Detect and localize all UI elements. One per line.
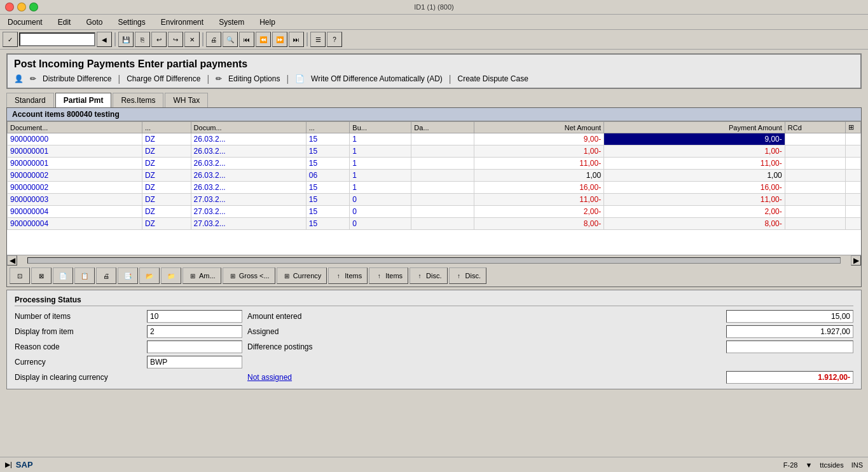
cell-doc2-7[interactable]: 27.03.2... xyxy=(191,218,306,230)
cell-net-4[interactable]: 16,00- xyxy=(474,182,604,194)
cell-c1-3[interactable]: DZ xyxy=(142,170,191,182)
save-icon[interactable]: 💾 xyxy=(118,32,134,47)
reason-code-input[interactable] xyxy=(147,341,242,353)
btn-print2[interactable]: 📑 xyxy=(118,267,138,284)
cell-net-0[interactable]: 9,00- xyxy=(474,133,604,145)
shortcut-icon[interactable]: ⎘ xyxy=(135,32,150,47)
cell-da-2[interactable] xyxy=(411,158,474,170)
btn-items1[interactable]: ↑ Items xyxy=(328,267,368,284)
cell-net-1[interactable]: 1,00- xyxy=(474,145,604,158)
cell-extra-1[interactable] xyxy=(846,145,861,158)
menu-environment[interactable]: Environment xyxy=(158,17,206,28)
cell-rcd-7[interactable] xyxy=(785,218,845,230)
cell-da-6[interactable] xyxy=(411,206,474,218)
next-icon[interactable]: ⏩ xyxy=(272,32,287,47)
col-docum[interactable]: Docum... xyxy=(191,122,306,133)
cell-da-0[interactable] xyxy=(411,133,474,145)
menu-goto[interactable]: Goto xyxy=(83,17,105,28)
last-icon[interactable]: ⏭ xyxy=(289,32,304,47)
cell-da-3[interactable] xyxy=(411,170,474,182)
btn-ref2[interactable]: 📁 xyxy=(161,267,181,284)
menu-document[interactable]: Document xyxy=(5,17,45,28)
cell-payment-2[interactable]: 11,00- xyxy=(604,158,785,170)
col-net-amount[interactable]: Net Amount xyxy=(474,122,604,133)
forward-icon[interactable]: ↪ xyxy=(168,32,183,47)
menu-help[interactable]: Help xyxy=(257,17,278,28)
cell-extra-0[interactable] xyxy=(846,133,861,145)
tab-partial-pmt[interactable]: Partial Pmt xyxy=(55,93,112,107)
cell-bu-5[interactable]: 0 xyxy=(350,194,411,206)
cell-rcd-1[interactable] xyxy=(785,145,845,158)
col-bu[interactable]: Bu... xyxy=(350,122,411,133)
find-icon[interactable]: 🔍 xyxy=(223,32,238,47)
cell-net-6[interactable]: 2,00- xyxy=(474,206,604,218)
cell-da-7[interactable] xyxy=(411,218,474,230)
cell-extra-4[interactable] xyxy=(846,182,861,194)
cell-c1-1[interactable]: DZ xyxy=(142,145,191,158)
cell-bu-7[interactable]: 0 xyxy=(350,218,411,230)
cell-net-2[interactable]: 11,00- xyxy=(474,158,604,170)
cell-c2-6[interactable]: 15 xyxy=(306,206,350,218)
amount-entered-input[interactable] xyxy=(726,310,853,323)
cell-payment-6[interactable]: 2,00- xyxy=(604,206,785,218)
menu-system[interactable]: System xyxy=(216,17,247,28)
table-scroll[interactable]: Document... ... Docum... ... Bu... Da...… xyxy=(7,121,861,255)
cell-doc-2[interactable]: 900000001 xyxy=(8,158,142,170)
write-off-link[interactable]: Write Off Difference Automatically (AD) xyxy=(311,74,443,83)
cell-c1-6[interactable]: DZ xyxy=(142,206,191,218)
btn-sel2[interactable]: ⊠ xyxy=(31,267,52,284)
btn-items2[interactable]: ↑ Items xyxy=(369,267,408,284)
table-row[interactable]: 900000002 DZ 26.03.2... 06 1 1,00 1,00 xyxy=(8,170,861,182)
cell-payment-4[interactable]: 16,00- xyxy=(604,182,785,194)
back-icon[interactable]: ↩ xyxy=(151,32,167,47)
cell-c2-3[interactable]: 06 xyxy=(306,170,350,182)
table-row[interactable]: 900000004 DZ 27.03.2... 15 0 2,00- 2,00- xyxy=(8,206,861,218)
cell-rcd-3[interactable] xyxy=(785,170,845,182)
cell-doc-5[interactable]: 900000003 xyxy=(8,194,142,206)
not-assigned-link[interactable]: Not assigned xyxy=(247,373,721,382)
btn-print1[interactable]: 🖨 xyxy=(96,267,116,284)
cell-bu-4[interactable]: 1 xyxy=(350,182,411,194)
cell-payment-0[interactable]: 9,00- xyxy=(604,133,785,145)
cell-doc-6[interactable]: 900000004 xyxy=(8,206,142,218)
minimize-button[interactable] xyxy=(17,3,26,11)
cell-bu-6[interactable]: 0 xyxy=(350,206,411,218)
col-document[interactable]: Document... xyxy=(8,122,142,133)
btn-sel1[interactable]: ⊡ xyxy=(10,267,30,284)
cell-bu-0[interactable]: 1 xyxy=(350,133,411,145)
col-da[interactable]: Da... xyxy=(411,122,474,133)
display-from-item-input[interactable] xyxy=(147,325,242,338)
cell-net-3[interactable]: 1,00 xyxy=(474,170,604,182)
cell-extra-5[interactable] xyxy=(846,194,861,206)
horizontal-scrollbar[interactable]: ◀ ▶ xyxy=(7,255,861,265)
cell-c1-4[interactable]: DZ xyxy=(142,182,191,194)
cell-net-5[interactable]: 11,00- xyxy=(474,194,604,206)
difference-postings-input[interactable] xyxy=(726,341,853,353)
cell-bu-3[interactable]: 1 xyxy=(350,170,411,182)
cell-doc-7[interactable]: 900000004 xyxy=(8,218,142,230)
cell-extra-2[interactable] xyxy=(846,158,861,170)
cell-c2-7[interactable]: 15 xyxy=(306,218,350,230)
cancel-icon[interactable]: ✕ xyxy=(184,32,200,47)
table-row[interactable]: 900000002 DZ 26.03.2... 15 1 16,00- 16,0… xyxy=(8,182,861,194)
cell-c1-5[interactable]: DZ xyxy=(142,194,191,206)
cell-c2-2[interactable]: 15 xyxy=(306,158,350,170)
distribute-difference-link[interactable]: Distribute Difference xyxy=(43,74,112,83)
hscroll-left-btn[interactable]: ◀ xyxy=(7,255,17,266)
tab-standard[interactable]: Standard xyxy=(6,93,54,107)
cell-bu-1[interactable]: 1 xyxy=(350,145,411,158)
btn-doc1[interactable]: 📄 xyxy=(53,267,73,284)
btn-currency[interactable]: ⊞ Currency xyxy=(277,267,327,284)
btn-disc2[interactable]: ↑ Disc. xyxy=(449,267,486,284)
cell-da-5[interactable] xyxy=(411,194,474,206)
not-assigned-input[interactable] xyxy=(726,371,853,384)
nav-left-icon[interactable]: ◀ xyxy=(97,32,112,47)
btn-disc1[interactable]: ↑ Disc. xyxy=(410,267,447,284)
cell-extra-7[interactable] xyxy=(846,218,861,230)
cell-net-7[interactable]: 8,00- xyxy=(474,218,604,230)
command-input[interactable] xyxy=(19,32,95,46)
cell-c1-0[interactable]: DZ xyxy=(142,133,191,145)
cell-bu-2[interactable]: 1 xyxy=(350,158,411,170)
table-row[interactable]: 900000001 DZ 26.03.2... 15 1 11,00- 11,0… xyxy=(8,158,861,170)
dispute-case-link[interactable]: Create Dispute Case xyxy=(458,74,528,83)
